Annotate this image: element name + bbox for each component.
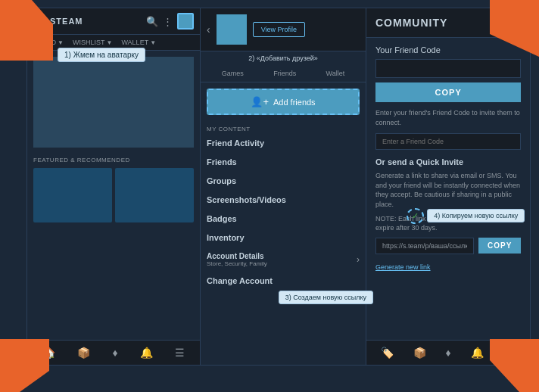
invite-link-input[interactable] (375, 238, 474, 254)
right-panel: COMMUNITY ⋮ Your Friend Code COPY Enter … (366, 8, 531, 366)
view-profile-button[interactable]: View Profile (253, 22, 305, 37)
user-avatar (217, 14, 247, 45)
copy-friend-code-button[interactable]: COPY (375, 82, 521, 102)
bottom-nav-left: 🏠 📦 ♦ 🔔 ☰ (27, 340, 200, 365)
list-item-screenshots[interactable]: Screenshots/Videos (201, 191, 366, 210)
community-nav-icon-3[interactable]: ♦ (446, 347, 451, 359)
nav-icon-menu[interactable]: ☰ (175, 347, 185, 359)
add-friend-icon: 👤+ (251, 96, 269, 107)
annotation-bubble: ✓ (407, 208, 424, 224)
account-details-item[interactable]: Account Details Store, Security, Family … (201, 247, 366, 272)
account-sub: Store, Security, Family (207, 260, 267, 267)
add-friends-button[interactable]: 👤+ Add friends (207, 89, 360, 115)
steam-header: STEAM 🔍 ⋮ (27, 8, 200, 35)
popup-tabs: Games Friends Wallet (201, 65, 366, 82)
friend-code-input[interactable] (375, 59, 521, 78)
invite-description: Enter your friend's Friend Code to invit… (375, 108, 521, 127)
quick-invite-text: Generate a link to share via email or SM… (375, 171, 521, 209)
list-item-inventory[interactable]: Inventory (201, 229, 366, 247)
community-nav-icon-1[interactable]: 🏷️ (381, 347, 394, 359)
add-friends-label: Add friends (273, 98, 316, 107)
gift-decoration-bottomright (490, 339, 539, 392)
nav-icon-game[interactable]: ♦ (112, 347, 117, 359)
community-title: COMMUNITY (375, 17, 447, 29)
more-icon[interactable]: ⋮ (163, 16, 173, 27)
friend-code-label: Your Friend Code (375, 45, 521, 54)
link-row: COPY (375, 238, 521, 254)
list-item-friend-activity[interactable]: Friend Activity (201, 134, 366, 153)
nav-wallet[interactable]: WALLET▼ (119, 37, 158, 48)
check-icon: ✓ (412, 211, 419, 221)
annotation-4: 4) Копируем новую ссылку (427, 209, 525, 222)
avatar[interactable] (177, 13, 194, 30)
tab-wallet[interactable]: Wallet (322, 68, 350, 79)
search-icon[interactable]: 🔍 (146, 16, 158, 27)
annotation-3: 3) Создаем новую ссылку (279, 291, 373, 304)
left-panel: STEAM 🔍 ⋮ 1) Жмем на аватарку МЕНЮ▼ WISH… (26, 8, 201, 366)
community-content: Your Friend Code COPY Enter your friend'… (366, 38, 530, 340)
account-arrow-icon: › (357, 254, 360, 265)
generate-new-link-button[interactable]: Generate new link (375, 263, 431, 271)
main-content-area (33, 57, 194, 148)
gift-decoration-bottomleft (0, 339, 49, 392)
account-title: Account Details (207, 252, 267, 260)
nav-icon-store[interactable]: 📦 (77, 347, 90, 359)
annotation-2: 2) «Добавить друзей» (201, 51, 366, 65)
community-nav-icon-4[interactable]: 🔔 (471, 347, 484, 359)
nav-wishlist[interactable]: WISHLIST▼ (70, 37, 114, 48)
featured-images (27, 165, 200, 226)
community-nav-icon-2[interactable]: 📦 (413, 347, 426, 359)
list-item-friends[interactable]: Friends (201, 153, 366, 172)
tab-friends[interactable]: Friends (269, 68, 301, 79)
steam-header-icons: 🔍 ⋮ (146, 13, 194, 30)
main-container: STEAM 🔍 ⋮ 1) Жмем на аватарку МЕНЮ▼ WISH… (26, 8, 513, 366)
middle-panel: ‹ View Profile 2) «Добавить друзей» Game… (200, 8, 366, 366)
popup-header: ‹ View Profile (201, 8, 366, 51)
quick-invite-label: Or send a Quick Invite (375, 157, 521, 166)
nav-icon-bell[interactable]: 🔔 (140, 347, 153, 359)
featured-image-2 (115, 168, 194, 222)
list-item-groups[interactable]: Groups (201, 172, 366, 191)
enter-friend-code-input[interactable] (375, 133, 521, 150)
back-arrow-icon[interactable]: ‹ (207, 23, 210, 36)
steam-title: STEAM (50, 17, 83, 26)
featured-image-1 (33, 168, 112, 222)
tooltip-annotation-1: 1) Жмем на аватарку (58, 48, 145, 62)
list-item-badges[interactable]: Badges (201, 210, 366, 229)
tab-games[interactable]: Games (217, 68, 248, 79)
copy-link-button[interactable]: COPY (478, 238, 521, 254)
featured-label: FEATURED & RECOMMENDED (27, 154, 200, 165)
list-item-change-account[interactable]: Change Account (201, 272, 366, 291)
account-item-left: Account Details Store, Security, Family (207, 252, 267, 267)
my-content-label: MY CONTENT (201, 121, 366, 134)
